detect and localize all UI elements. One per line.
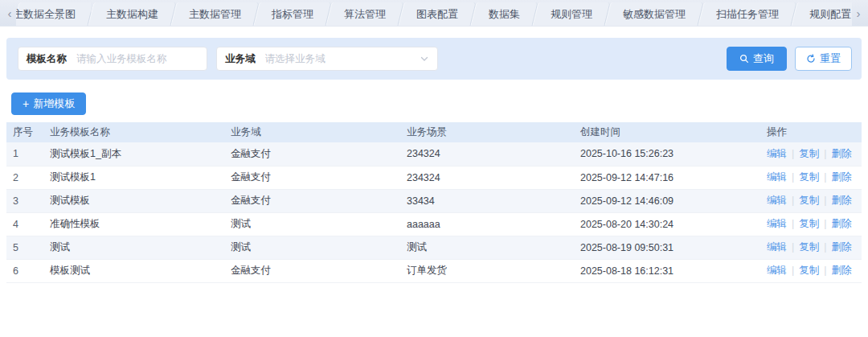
cell-scene: 订单发货	[400, 259, 574, 282]
tab-6[interactable]: 数据集	[473, 2, 535, 26]
action-divider: |	[824, 241, 826, 253]
refresh-icon	[806, 54, 816, 64]
chevron-down-icon	[420, 54, 429, 64]
plus-icon: +	[23, 98, 29, 109]
action-divider: |	[824, 148, 826, 159]
tab-10[interactable]: 规则配置	[794, 2, 852, 26]
cell-actions: 编辑|复制|删除	[760, 259, 862, 282]
tab-bar: ‹ 主数据全景图 主数据构建 主数据管理 指标管理 算法管理 图表配置 数据集 …	[0, 0, 868, 27]
cell-scene: 33434	[400, 189, 574, 212]
template-name-label: 模板名称	[27, 52, 67, 66]
cell-created: 2025-09-12 14:46:09	[574, 189, 760, 212]
reset-button[interactable]: 重置	[795, 47, 852, 71]
edit-link[interactable]: 编辑	[767, 148, 787, 159]
copy-link[interactable]: 复制	[799, 241, 819, 253]
delete-link[interactable]: 删除	[832, 148, 852, 159]
action-divider: |	[792, 218, 794, 229]
query-button[interactable]: 查询	[727, 47, 787, 71]
col-actions: 操作	[760, 122, 862, 142]
cell-domain: 金融支付	[224, 259, 400, 282]
cell-seq: 5	[6, 236, 43, 259]
cell-template-name: 测试	[43, 236, 224, 259]
search-icon	[739, 54, 749, 64]
delete-link[interactable]: 删除	[832, 241, 852, 253]
edit-link[interactable]: 编辑	[767, 265, 787, 276]
table-row: 3 测试模板 金融支付 33434 2025-09-12 14:46:09 编辑…	[6, 189, 862, 212]
tab-label: 敏感数据管理	[623, 2, 686, 26]
cell-actions: 编辑|复制|删除	[760, 212, 862, 236]
tab-1[interactable]: 主数据构建	[91, 2, 174, 26]
tab-4[interactable]: 算法管理	[329, 2, 401, 26]
tab-2[interactable]: 主数据管理	[174, 2, 256, 26]
cell-domain: 测试	[224, 212, 400, 236]
col-name: 业务模板名称	[43, 122, 224, 142]
copy-link[interactable]: 复制	[799, 148, 819, 159]
tab-7[interactable]: 规则管理	[535, 2, 608, 26]
tab-9[interactable]: 扫描任务管理	[701, 2, 794, 26]
table-row: 4 准确性模板 测试 aaaaaa 2025-08-20 14:30:24 编辑…	[6, 212, 862, 236]
template-name-field[interactable]: 模板名称	[18, 47, 207, 71]
tab-label: 主数据管理	[189, 2, 241, 26]
edit-link[interactable]: 编辑	[767, 241, 787, 253]
copy-link[interactable]: 复制	[799, 195, 819, 206]
tab-label: 数据集	[489, 2, 520, 26]
delete-link[interactable]: 删除	[832, 195, 852, 206]
cell-domain: 测试	[224, 236, 400, 259]
cell-seq: 1	[6, 142, 43, 166]
action-divider: |	[792, 171, 794, 183]
tab-list: 主数据全景图 主数据构建 主数据管理 指标管理 算法管理 图表配置 数据集 规则…	[16, 2, 852, 26]
cell-template-name: 测试模板1_副本	[43, 142, 224, 166]
page-content: 模板名称 业务域 查询 重置	[0, 38, 868, 283]
tabs-scroll-left-icon[interactable]: ‹	[3, 2, 16, 23]
toolbar: + 新增模板	[11, 92, 862, 115]
tab-label: 图表配置	[416, 2, 458, 26]
cell-template-name: 模板测试	[43, 259, 224, 282]
col-scene: 业务场景	[400, 122, 574, 142]
edit-link[interactable]: 编辑	[767, 218, 787, 229]
template-table: 序号 业务模板名称 业务域 业务场景 创建时间 操作 1 测试模板1_副本 金融…	[6, 122, 862, 283]
add-template-button[interactable]: + 新增模板	[11, 92, 86, 115]
delete-link[interactable]: 删除	[832, 171, 852, 183]
tab-0[interactable]: 主数据全景图	[16, 2, 91, 26]
tab-3[interactable]: 指标管理	[256, 2, 329, 26]
table-row: 1 测试模板1_副本 金融支付 234324 2025-10-16 15:26:…	[6, 142, 862, 166]
edit-link[interactable]: 编辑	[767, 171, 787, 183]
business-domain-select[interactable]	[264, 52, 420, 65]
edit-link[interactable]: 编辑	[767, 195, 787, 206]
tab-label: 主数据构建	[106, 2, 158, 26]
col-seq: 序号	[6, 122, 43, 142]
tabs-scroll-right-icon[interactable]: ›	[852, 2, 865, 23]
action-divider: |	[824, 265, 826, 276]
action-divider: |	[792, 265, 794, 276]
action-divider: |	[792, 241, 794, 253]
tab-label: 规则管理	[551, 2, 592, 26]
cell-scene: 234324	[400, 142, 574, 166]
cell-template-name: 测试模板	[43, 189, 224, 212]
action-divider: |	[824, 218, 826, 229]
cell-created: 2025-09-12 14:47:16	[574, 166, 760, 189]
copy-link[interactable]: 复制	[799, 265, 819, 276]
copy-link[interactable]: 复制	[799, 218, 819, 229]
cell-created: 2025-10-16 15:26:23	[574, 142, 760, 166]
tab-8[interactable]: 敏感数据管理	[608, 2, 701, 26]
search-buttons: 查询 重置	[727, 47, 852, 71]
template-name-input[interactable]	[75, 52, 199, 65]
tab-5[interactable]: 图表配置	[401, 2, 473, 26]
search-panel: 模板名称 业务域 查询 重置	[6, 38, 862, 80]
tab-label: 指标管理	[272, 2, 313, 26]
copy-link[interactable]: 复制	[799, 171, 819, 183]
cell-seq: 2	[6, 166, 43, 189]
table-row: 2 测试模板1 金融支付 234324 2025-09-12 14:47:16 …	[6, 166, 862, 189]
cell-created: 2025-08-18 16:12:31	[574, 259, 760, 282]
cell-actions: 编辑|复制|删除	[760, 142, 862, 166]
table-row: 6 模板测试 金融支付 订单发货 2025-08-18 16:12:31 编辑|…	[6, 259, 862, 282]
delete-link[interactable]: 删除	[832, 265, 852, 276]
cell-template-name: 测试模板1	[43, 166, 224, 189]
action-divider: |	[792, 148, 794, 159]
cell-actions: 编辑|复制|删除	[760, 189, 862, 212]
reset-button-label: 重置	[820, 51, 841, 66]
business-domain-label: 业务域	[225, 52, 256, 66]
business-domain-field[interactable]: 业务域	[216, 47, 438, 71]
cell-scene: aaaaaa	[400, 212, 574, 236]
delete-link[interactable]: 删除	[832, 218, 852, 229]
